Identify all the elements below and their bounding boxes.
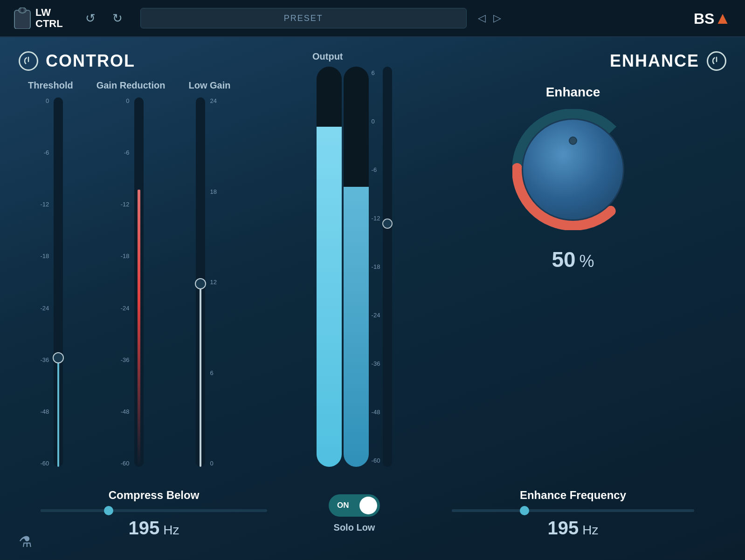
threshold-fader-track[interactable] [54,97,63,467]
enhance-value: 50 [552,247,575,272]
compress-below-unit: Hz [163,523,179,538]
enhance-unit: % [579,252,594,271]
enhance-frequency-section: Enhance Frequency 195 Hz [420,489,726,539]
low-gain-fader-handle[interactable] [195,278,206,289]
threshold-slider-container: 0 -6 -12 -18 -24 -36 -48 -60 [38,97,63,467]
control-title: CONTROL [46,51,135,71]
control-header: CONTROL [19,51,289,71]
undo-button[interactable]: ↺ [82,9,99,27]
solo-low-toggle[interactable]: ON [329,494,380,517]
preset-label: PRESET [284,14,323,23]
footer: ⚗ [19,533,32,551]
enhance-frequency-label: Enhance Frequency [520,489,626,502]
threshold-label: Threshold [28,80,73,91]
output-scale: 6 0 -6 -12 -18 -24 -36 -48 -60 [372,67,380,467]
compress-below-value: 195 [129,518,160,539]
bst-logo: BS▲ [694,8,731,28]
compress-below-slider-track[interactable] [41,509,267,512]
threshold-group: Threshold 0 -6 -12 -18 -24 -36 -48 -60 [28,80,73,467]
topbar: LW CTRL ↺ ↻ PRESET ◁ ▷ BS▲ [0,0,745,37]
output-label: Output [312,51,343,62]
enhance-freq-slider-thumb[interactable] [520,506,529,515]
svg-point-2 [21,8,24,12]
low-gain-fader-track[interactable] [196,97,205,467]
output-fader-track[interactable] [383,67,392,467]
top-row: CONTROL Threshold 0 -6 -12 -18 -24 -36 [19,51,726,467]
output-meter-group: 6 0 -6 -12 -18 -24 -36 -48 -60 [317,67,393,467]
control-panel: CONTROL Threshold 0 -6 -12 -18 -24 -36 [19,51,289,467]
low-gain-label: Low Gain [188,80,230,91]
main-area: CONTROL Threshold 0 -6 -12 -18 -24 -36 [0,37,745,560]
enhance-knob-label: Enhance [546,85,600,100]
low-gain-group: Low Gain 24 18 12 6 0 [188,80,230,467]
enhance-title: ENHANCE [610,51,699,71]
enhance-power-icon [711,56,722,66]
next-preset-button[interactable]: ▷ [493,12,501,24]
logo-text: LW CTRL [35,7,63,29]
enhance-freq-unit: Hz [582,523,598,538]
compress-below-section: Compress Below 195 Hz [19,489,289,539]
solo-low-section: ON Solo Low [289,494,420,533]
sliders-area: Threshold 0 -6 -12 -18 -24 -36 -48 -60 [19,80,289,467]
enhance-knob-body[interactable] [522,118,624,221]
output-fader-handle[interactable] [382,219,393,229]
undo-redo-group: ↺ ↻ [82,9,126,27]
output-panel: Output 6 0 -6 [289,51,420,467]
gain-reduction-scale: 0 -6 -12 -18 -24 -36 -48 -60 [118,97,130,467]
enhance-header: ENHANCE [420,51,726,71]
gain-reduction-group: Gain Reduction 0 -6 -12 -18 -24 -36 -48 … [97,80,166,467]
output-meter-right [344,67,369,467]
power-icon [23,56,34,66]
enhance-power-button[interactable] [707,51,726,71]
bst-t-triangle: ▲ [714,8,731,27]
gain-reduction-label: Gain Reduction [97,80,166,91]
output-meter-left [317,67,342,467]
nav-arrows: ◁ ▷ [478,12,501,24]
threshold-fader-handle[interactable] [53,352,64,363]
enhance-knob-wrapper [512,109,634,230]
enhance-panel: ENHANCE Enhance [420,51,726,467]
threshold-scale: 0 -6 -12 -18 -24 -36 -48 -60 [38,97,49,467]
low-gain-scale: 24 18 12 6 0 [210,97,223,467]
redo-button[interactable]: ↻ [109,9,126,27]
bottom-row: Compress Below 195 Hz ON Solo Low Enhanc… [19,476,726,551]
bst-bs-letters: BS [694,10,714,27]
control-power-button[interactable] [19,51,38,71]
on-toggle-label: ON [337,501,349,510]
knob-dot [569,137,577,145]
enhance-freq-value: 195 [548,518,579,539]
prev-preset-button[interactable]: ◁ [478,12,486,24]
low-gain-slider-container: 24 18 12 6 0 [196,97,223,467]
compress-below-slider-thumb[interactable] [104,506,113,515]
gain-reduction-slider-container: 0 -6 -12 -18 -24 -36 -48 -60 [118,97,144,467]
logo-area: LW CTRL [14,7,63,29]
knob-section: Enhance 50 % [420,85,726,467]
solo-low-label: Solo Low [334,522,375,533]
compress-below-label: Compress Below [109,489,200,502]
preset-display[interactable]: PRESET [140,8,467,28]
mortar-pestle-icon: ⚗ [19,533,32,550]
gain-reduction-fader-track[interactable] [134,97,144,467]
lw-logo-icon [14,7,31,29]
enhance-freq-slider-track[interactable] [452,509,694,512]
on-toggle-knob [359,497,377,514]
